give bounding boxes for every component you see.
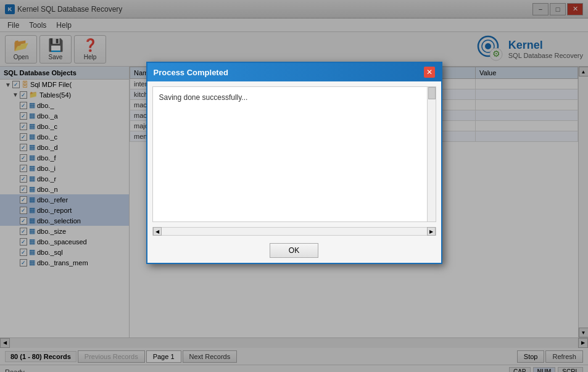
modal-footer: OK: [147, 238, 441, 263]
modal-scroll-right[interactable]: ▶: [427, 227, 436, 236]
modal-overlay: Process Completed ✕ Saving done successf…: [0, 0, 588, 372]
modal-message: Saving done successfully...: [159, 93, 248, 102]
process-completed-dialog: Process Completed ✕ Saving done successf…: [146, 62, 442, 264]
modal-title-bar: Process Completed ✕: [147, 63, 441, 81]
ok-button[interactable]: OK: [270, 243, 318, 258]
modal-title: Process Completed: [154, 68, 228, 77]
modal-scrollbar[interactable]: [427, 87, 436, 221]
modal-scroll-left[interactable]: ◀: [153, 227, 162, 236]
modal-scroll-thumb: [428, 87, 436, 99]
modal-close-button[interactable]: ✕: [424, 67, 435, 78]
modal-body: Saving done successfully...: [152, 86, 436, 222]
